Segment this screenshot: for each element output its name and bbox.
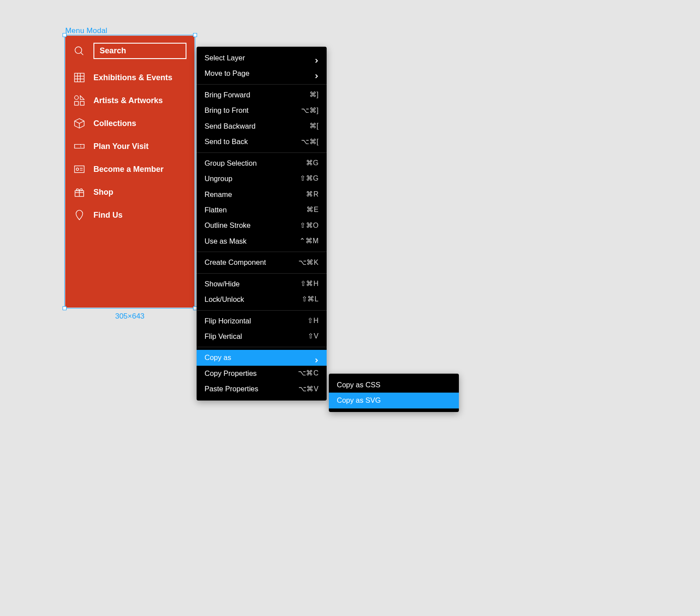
frame-label[interactable]: Menu Modal: [65, 26, 108, 35]
svg-point-7: [74, 96, 78, 100]
calendar-icon: [73, 71, 86, 84]
svg-point-15: [76, 168, 78, 170]
ctx-item-shortcut: ⌘R: [306, 190, 319, 199]
ctx-item-shortcut: ⇧V: [308, 332, 319, 341]
ctx-item-shortcut: ⇧⌘L: [302, 295, 319, 304]
context-menu-separator: [197, 273, 327, 274]
menu-item-collections[interactable]: Collections: [65, 112, 194, 135]
shapes-icon: [73, 94, 86, 107]
ctx-item-create-component[interactable]: Create Component⌥⌘K: [197, 255, 327, 270]
ctx-item-label: Rename: [205, 190, 232, 199]
ctx-item-label: Group Selection: [205, 159, 257, 168]
ctx-item-paste-properties[interactable]: Paste Properties⌥⌘V: [197, 381, 327, 397]
context-submenu[interactable]: Copy as CSSCopy as SVG: [329, 374, 459, 412]
ctx-item-use-as-mask[interactable]: Use as Mask⌃⌘M: [197, 234, 327, 249]
ctx-item-label: Create Component: [205, 258, 266, 267]
ctx-item-label: Send Backward: [205, 122, 256, 131]
pin-icon: [73, 209, 86, 221]
menu-item-label: Plan Your Visit: [93, 142, 149, 151]
ctx-item-shortcut: ⇧H: [307, 316, 319, 326]
svg-rect-2: [74, 73, 84, 82]
chevron-right-icon: [314, 356, 319, 360]
ctx-item-label: Paste Properties: [205, 384, 258, 393]
ctx-item-label: Ungroup: [205, 174, 232, 183]
ctx-item-label: Bring to Front: [205, 106, 249, 115]
menu-item-label: Become a Member: [93, 165, 164, 174]
ctx-item-shortcut: ⇧⌘G: [300, 174, 319, 183]
ctx-item-label: Move to Page: [205, 69, 249, 78]
chevron-right-icon: [314, 56, 319, 60]
ctx-item-shortcut: ⌘E: [306, 205, 319, 215]
menu-item-member[interactable]: Become a Member: [65, 158, 194, 181]
submenu-item-copy-as-svg[interactable]: Copy as SVG: [329, 393, 459, 408]
ctx-item-send-to-back[interactable]: Send to Back⌥⌘[: [197, 134, 327, 149]
ctx-item-flip-horizontal[interactable]: Flip Horizontal⇧H: [197, 313, 327, 329]
context-menu-separator: [197, 252, 327, 252]
menu-item-artists[interactable]: Artists & Artworks: [65, 89, 194, 112]
menu-item-label: Shop: [93, 188, 113, 197]
ctx-item-shortcut: ⌥⌘K: [298, 258, 319, 267]
menu-item-label: Artists & Artworks: [93, 96, 163, 105]
ctx-item-shortcut: ⌥⌘[: [301, 137, 319, 147]
submenu-item-label: Copy as SVG: [337, 396, 381, 405]
ctx-item-copy-properties[interactable]: Copy Properties⌥⌘C: [197, 366, 327, 381]
ctx-item-label: Copy as: [205, 353, 231, 362]
ctx-item-show-hide[interactable]: Show/Hide⇧⌘H: [197, 276, 327, 292]
ctx-item-move-to-page[interactable]: Move to Page: [197, 66, 327, 81]
search-input[interactable]: Search: [93, 43, 186, 59]
menu-item-plan-visit[interactable]: Plan Your Visit: [65, 135, 194, 158]
ctx-item-group-selection[interactable]: Group Selection⌘G: [197, 156, 327, 171]
ctx-item-label: Outline Stroke: [205, 221, 251, 230]
ctx-item-label: Send to Back: [205, 137, 248, 146]
svg-marker-8: [80, 96, 84, 100]
ctx-item-label: Flatten: [205, 205, 227, 215]
ctx-item-label: Select Layer: [205, 53, 245, 63]
ticket-icon: [73, 140, 86, 152]
menu-item-label: Exhibitions & Events: [93, 73, 172, 82]
ctx-item-outline-stroke[interactable]: Outline Stroke⇧⌘O: [197, 218, 327, 233]
menu-item-exhibitions[interactable]: Exhibitions & Events: [65, 66, 194, 89]
ctx-item-flatten[interactable]: Flatten⌘E: [197, 202, 327, 218]
context-menu-separator: [197, 347, 327, 347]
ctx-item-shortcut: ⌥⌘]: [301, 106, 319, 115]
ctx-item-label: Use as Mask: [205, 237, 246, 246]
ctx-item-select-layer[interactable]: Select Layer: [197, 50, 327, 66]
svg-rect-10: [80, 101, 84, 105]
ctx-item-ungroup[interactable]: Ungroup⇧⌘G: [197, 171, 327, 186]
chevron-right-icon: [314, 71, 319, 76]
ctx-item-bring-to-front[interactable]: Bring to Front⌥⌘]: [197, 103, 327, 118]
menu-item-search[interactable]: Search: [65, 36, 194, 66]
menu-modal-frame[interactable]: Search Exhibitions & Events Artists & Ar…: [65, 36, 194, 308]
ctx-item-shortcut: ⌃⌘M: [299, 237, 319, 246]
ctx-item-label: Show/Hide: [205, 279, 240, 289]
svg-line-1: [81, 52, 83, 55]
ctx-item-shortcut: ⌥⌘V: [298, 385, 319, 394]
svg-rect-9: [74, 101, 78, 105]
menu-item-find-us[interactable]: Find Us: [65, 204, 194, 226]
menu-item-label: Collections: [93, 119, 136, 128]
ctx-item-shortcut: ⌘[: [309, 122, 319, 131]
ctx-item-copy-as[interactable]: Copy as: [197, 350, 327, 365]
search-icon: [73, 45, 86, 57]
ctx-item-rename[interactable]: Rename⌘R: [197, 187, 327, 202]
ctx-item-shortcut: ⌘G: [306, 159, 319, 168]
context-menu[interactable]: Select LayerMove to PageBring Forward⌘]B…: [197, 47, 327, 401]
submenu-item-copy-as-css[interactable]: Copy as CSS: [329, 377, 459, 393]
cube-icon: [73, 117, 86, 130]
gift-icon: [73, 186, 86, 198]
ctx-item-bring-forward[interactable]: Bring Forward⌘]: [197, 87, 327, 103]
context-menu-separator: [197, 84, 327, 85]
ctx-item-lock-unlock[interactable]: Lock/Unlock⇧⌘L: [197, 292, 327, 307]
ctx-item-shortcut: ⌘]: [309, 90, 319, 100]
menu-item-label: Find Us: [93, 211, 123, 220]
menu-item-shop[interactable]: Shop: [65, 181, 194, 204]
ctx-item-label: Bring Forward: [205, 90, 250, 100]
ctx-item-label: Flip Horizontal: [205, 316, 251, 326]
ctx-item-flip-vertical[interactable]: Flip Vertical⇧V: [197, 329, 327, 344]
ctx-item-send-backward[interactable]: Send Backward⌘[: [197, 119, 327, 134]
context-menu-separator: [197, 152, 327, 153]
ctx-item-label: Lock/Unlock: [205, 295, 244, 304]
context-menu-separator: [197, 310, 327, 311]
selection-dimensions: 305×643: [65, 312, 194, 321]
svg-point-0: [75, 47, 82, 53]
